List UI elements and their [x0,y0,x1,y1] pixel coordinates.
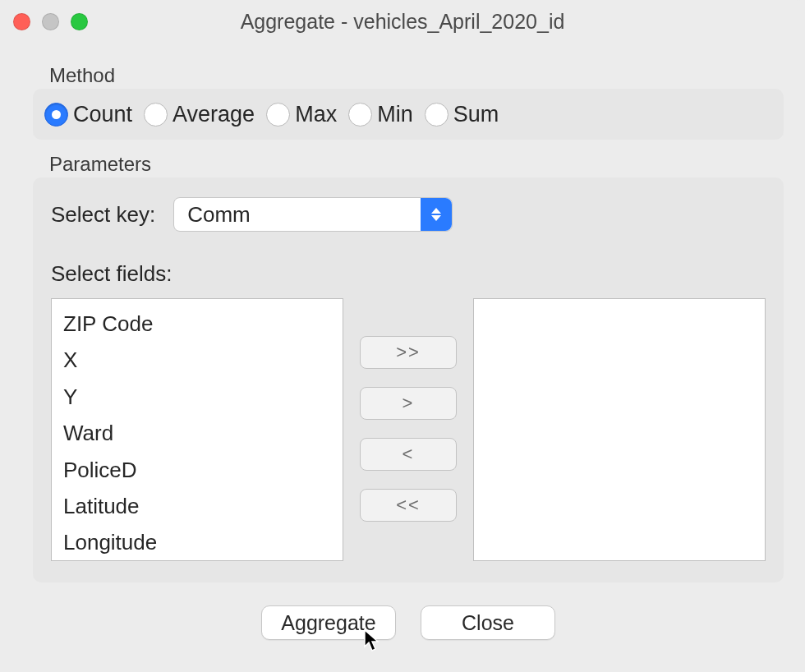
dialog-footer: Aggregate Close [33,605,784,640]
radio-dot-icon [266,103,290,127]
window-title: Aggregate - vehicles_April_2020_id [0,10,805,34]
radio-average[interactable]: Average [144,102,255,127]
window-controls [13,13,88,30]
list-item[interactable]: Ward [52,415,343,451]
list-item[interactable]: Longitude [52,524,343,560]
list-item[interactable]: Latitude [52,488,343,524]
chevron-down-icon [431,215,441,221]
move-one-right-button[interactable]: > [360,387,457,420]
list-item[interactable]: Y [52,379,343,415]
aggregate-button[interactable]: Aggregate [261,605,396,640]
maximize-window-button[interactable] [71,13,88,30]
select-fields-label: Select fields: [51,261,766,287]
select-key-label: Select key: [51,202,155,228]
list-item[interactable]: PoliceD [52,452,343,488]
dialog-content: Method Count Average Max Min Sum Paramet… [0,43,805,640]
radio-label: Average [172,102,255,127]
radio-dot-icon [348,103,372,127]
select-key-dropdown[interactable]: Comm [173,197,453,232]
select-key-value: Comm [187,202,251,228]
parameters-groupbox: Parameters Select key: Comm Select field… [33,177,784,582]
radio-sum[interactable]: Sum [425,102,499,127]
radio-max[interactable]: Max [266,102,337,127]
radio-label: Max [295,102,337,127]
radio-count[interactable]: Count [44,102,132,127]
titlebar: Aggregate - vehicles_April_2020_id [0,0,805,43]
parameters-group-label: Parameters [49,153,151,176]
move-one-left-button[interactable]: < [360,438,457,471]
method-groupbox: Method Count Average Max Min Sum [33,89,784,140]
move-all-left-button[interactable]: << [360,489,457,522]
selected-fields-listbox[interactable] [473,298,766,561]
radio-min[interactable]: Min [348,102,413,127]
radio-dot-icon [144,103,168,127]
radio-label: Sum [453,102,499,127]
chevron-up-icon [431,208,441,214]
radio-label: Count [73,102,132,127]
move-buttons-column: >> > < << [360,298,457,561]
select-key-row: Select key: Comm [51,197,766,232]
radio-dot-icon [425,103,448,127]
close-button[interactable]: Close [421,605,555,640]
available-fields-listbox[interactable]: ZIP CodeXYWardPoliceDLatitudeLongitudePT… [51,298,343,561]
close-window-button[interactable] [13,13,30,30]
minimize-window-button[interactable] [42,13,59,30]
radio-dot-icon [44,103,68,127]
dropdown-arrow-icon [421,198,452,231]
move-all-right-button[interactable]: >> [360,336,457,369]
fields-row: ZIP CodeXYWardPoliceDLatitudeLongitudePT… [51,298,766,561]
list-item[interactable]: ZIP Code [52,306,343,342]
list-item[interactable]: X [52,342,343,378]
method-group-label: Method [49,64,115,87]
radio-label: Min [377,102,413,127]
